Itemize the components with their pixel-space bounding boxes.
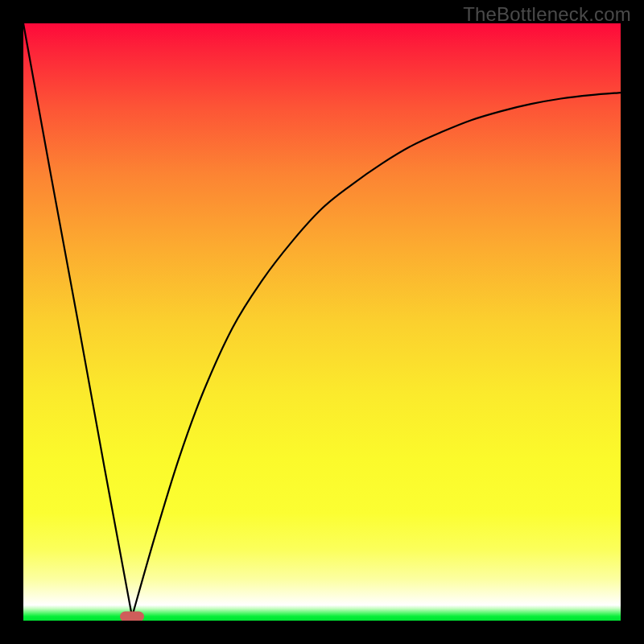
right-curve-path (132, 93, 621, 617)
watermark-text: TheBottleneck.com (463, 3, 631, 26)
curve-layer (23, 23, 621, 621)
minimum-marker (120, 611, 144, 621)
chart-frame: TheBottleneck.com (0, 0, 644, 644)
left-slope-path (23, 23, 132, 617)
plot-area (23, 23, 621, 621)
